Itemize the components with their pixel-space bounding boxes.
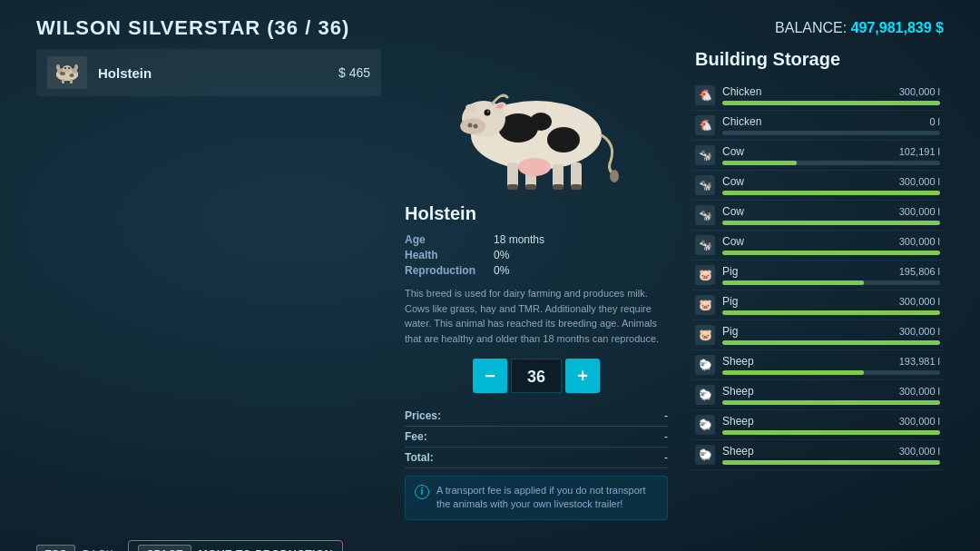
storage-item-info-9: Sheep 193,981 l xyxy=(722,355,940,375)
main-content: Holstein $ 465 xyxy=(0,49,980,529)
storage-item-amount-6: 195,806 l xyxy=(899,266,940,277)
storage-bar-fill-2 xyxy=(722,161,797,165)
storage-item-icon-8: 🐷 xyxy=(695,325,715,345)
animal-selector-name: Holstein xyxy=(98,65,152,81)
storage-item-name-0: Chicken xyxy=(722,85,761,98)
right-panel: Building Storage 🐔 Chicken 300,000 l 🐔 C… xyxy=(691,49,944,520)
storage-item-amount-0: 300,000 l xyxy=(899,86,940,97)
storage-bar-bg-0 xyxy=(722,101,940,105)
storage-bar-fill-10 xyxy=(722,400,940,405)
storage-item: 🐑 Sheep 300,000 l xyxy=(691,410,944,440)
storage-item: 🐄 Cow 300,000 l xyxy=(691,201,944,231)
storage-item-amount-8: 300,000 l xyxy=(899,326,940,337)
storage-item-name-4: Cow xyxy=(722,205,744,218)
storage-bar-bg-2 xyxy=(722,161,940,165)
health-row: Health 0% xyxy=(405,249,668,261)
storage-item-info-6: Pig 195,806 l xyxy=(722,265,940,285)
storage-item-amount-9: 193,981 l xyxy=(899,356,940,367)
storage-item-amount-5: 300,000 l xyxy=(899,236,940,247)
storage-item-name-11: Sheep xyxy=(722,415,754,428)
storage-item-icon-7: 🐷 xyxy=(695,295,715,315)
health-value: 0% xyxy=(494,249,509,261)
svg-point-21 xyxy=(474,124,478,129)
storage-item-icon-4: 🐄 xyxy=(695,205,715,225)
storage-item-info-12: Sheep 300,000 l xyxy=(722,445,940,465)
storage-item-row-5: Cow 300,000 l xyxy=(722,235,940,248)
svg-point-8 xyxy=(68,67,70,69)
storage-item: 🐷 Pig 300,000 l xyxy=(691,320,944,350)
center-area: Holstein Age 18 months Health 0% Reprodu… xyxy=(396,49,677,520)
storage-item-row-8: Pig 300,000 l xyxy=(722,325,940,338)
svg-point-20 xyxy=(468,123,473,128)
svg-point-36 xyxy=(610,170,619,182)
storage-item-name-12: Sheep xyxy=(722,445,754,458)
svg-rect-5 xyxy=(70,79,73,84)
prices-label: Prices: xyxy=(405,409,441,422)
storage-item-icon-12: 🐑 xyxy=(695,445,715,465)
total-row: Total: - xyxy=(405,448,668,468)
animal-selector[interactable]: Holstein $ 465 xyxy=(36,49,381,96)
svg-point-9 xyxy=(65,70,69,72)
health-label: Health xyxy=(405,249,486,261)
quantity-display: 36 xyxy=(511,359,562,393)
svg-rect-34 xyxy=(571,184,582,190)
storage-item-amount-3: 300,000 l xyxy=(899,176,940,187)
animal-description: This breed is used for dairy farming and… xyxy=(405,286,668,346)
storage-item-row-12: Sheep 300,000 l xyxy=(722,445,940,458)
svg-rect-27 xyxy=(507,162,518,188)
storage-item-amount-7: 300,000 l xyxy=(899,296,940,307)
footer: ESC BACK SPACE MOVE TO PRODUCTION xyxy=(0,529,980,551)
svg-rect-33 xyxy=(553,184,564,190)
prices-section: Prices: - Fee: - Total: - xyxy=(405,406,668,468)
move-to-production-button[interactable]: SPACE MOVE TO PRODUCTION xyxy=(128,540,343,551)
storage-bar-fill-11 xyxy=(722,430,940,435)
storage-bar-fill-0 xyxy=(722,101,940,105)
svg-point-12 xyxy=(60,72,65,75)
storage-item-amount-4: 300,000 l xyxy=(899,206,940,217)
storage-bar-bg-3 xyxy=(722,191,940,195)
header: WILSON SILVERSTAR (36 / 36) BALANCE: 497… xyxy=(0,0,980,49)
storage-item-name-5: Cow xyxy=(722,235,744,248)
storage-item-name-6: Pig xyxy=(722,265,738,278)
fee-row: Fee: - xyxy=(405,427,668,448)
storage-item-info-2: Cow 102,191 l xyxy=(722,145,940,165)
storage-item-row-0: Chicken 300,000 l xyxy=(722,85,940,98)
svg-rect-31 xyxy=(507,184,518,190)
prices-row: Prices: - xyxy=(405,406,668,427)
svg-rect-32 xyxy=(525,184,536,190)
storage-item-info-0: Chicken 300,000 l xyxy=(722,85,940,105)
storage-bar-bg-6 xyxy=(722,280,940,285)
storage-item-name-2: Cow xyxy=(722,145,744,158)
storage-list: 🐔 Chicken 300,000 l 🐔 Chicken 0 l 🐄 C xyxy=(691,81,944,520)
svg-point-7 xyxy=(64,67,66,69)
storage-item-row-2: Cow 102,191 l xyxy=(722,145,940,158)
left-panel: Holstein $ 465 xyxy=(36,49,381,520)
storage-item-amount-12: 300,000 l xyxy=(899,446,940,457)
age-row: Age 18 months xyxy=(405,233,668,246)
total-value: - xyxy=(664,451,668,464)
storage-item-icon-11: 🐑 xyxy=(695,415,715,435)
storage-item-info-3: Cow 300,000 l xyxy=(722,175,940,195)
esc-back-button[interactable]: ESC BACK xyxy=(36,545,113,551)
storage-bar-fill-9 xyxy=(722,370,864,375)
animal-info: Holstein Age 18 months Health 0% Reprodu… xyxy=(396,203,677,520)
storage-item-info-7: Pig 300,000 l xyxy=(722,295,940,315)
page-title: WILSON SILVERSTAR (36 / 36) xyxy=(36,16,349,40)
svg-point-16 xyxy=(547,127,580,153)
storage-bar-fill-8 xyxy=(722,340,940,345)
storage-item-amount-11: 300,000 l xyxy=(899,416,940,427)
storage-item-row-6: Pig 195,806 l xyxy=(722,265,940,278)
svg-point-10 xyxy=(56,64,60,70)
balance-label: BALANCE: xyxy=(775,20,847,35)
storage-bar-fill-3 xyxy=(722,191,940,195)
increase-quantity-button[interactable]: + xyxy=(565,359,600,393)
age-label: Age xyxy=(405,233,486,246)
storage-item-info-5: Cow 300,000 l xyxy=(722,235,940,255)
space-key-badge: SPACE xyxy=(138,545,191,551)
storage-bar-bg-8 xyxy=(722,340,940,345)
decrease-quantity-button[interactable]: − xyxy=(473,359,507,393)
storage-item-row-11: Sheep 300,000 l xyxy=(722,415,940,428)
quantity-control: − 36 + xyxy=(405,359,668,393)
prices-value: - xyxy=(664,409,668,422)
storage-bar-fill-7 xyxy=(722,310,940,315)
